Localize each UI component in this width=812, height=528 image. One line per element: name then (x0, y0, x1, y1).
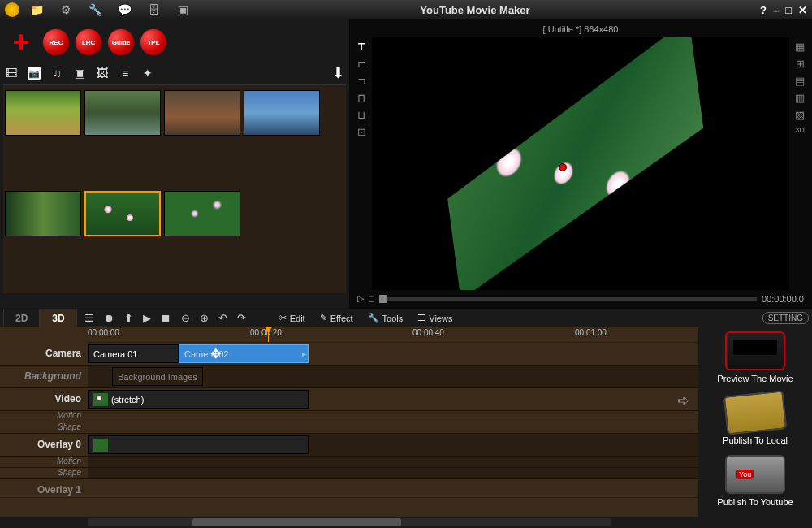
preview-slider[interactable] (379, 297, 757, 301)
publish-local-label: Publish To Local (723, 435, 788, 445)
stop-icon[interactable]: □ (369, 294, 374, 304)
tab-3d[interactable]: 3D (40, 309, 76, 328)
clip-background[interactable]: Background Images (112, 367, 203, 386)
close-icon[interactable]: ✕ (798, 4, 807, 16)
effect-menu[interactable]: ✎Effect (315, 313, 358, 323)
app-logo (5, 2, 19, 17)
setting-button[interactable]: SETTING (762, 312, 809, 324)
ruler-1: 00:00:20 (250, 328, 282, 337)
track-motion-label: Motion (0, 411, 88, 422)
align-bot-icon[interactable]: ⊡ (357, 126, 366, 138)
text-tool-icon[interactable]: T (358, 41, 365, 53)
redo-icon[interactable]: ↷ (235, 312, 248, 324)
preview-movie-label: Preview The Movie (717, 374, 793, 383)
preview-movie-button[interactable] (725, 331, 785, 370)
photo-icon[interactable]: 📷 (28, 67, 41, 80)
tools-menu[interactable]: 🔧Tools (363, 313, 408, 323)
menu-icon[interactable]: ☰ (82, 312, 97, 324)
align-left-icon[interactable]: ⊏ (357, 58, 366, 70)
publish-youtube-label: Publish To Youtube (717, 497, 793, 507)
max-icon[interactable]: □ (785, 4, 792, 16)
preview-viewport[interactable] (372, 37, 789, 290)
download-icon[interactable]: ⬇ (331, 67, 344, 80)
thumb-canyon[interactable] (164, 90, 240, 136)
zoomout-icon[interactable]: ⊖ (179, 312, 192, 324)
thumbnail-grid (3, 85, 346, 293)
tab-2d[interactable]: 2D (3, 309, 40, 328)
preview-panel: [ Untitle *] 864x480 T ⊏ ⊐ ⊓ ⊔ ⊡ ▦ ⊞ ▤ ▥… (349, 19, 812, 309)
track-camera-label: Camera (0, 343, 88, 365)
preview-image (438, 37, 711, 290)
edit-menu[interactable]: ✂Edit (274, 313, 310, 323)
tool-e-icon[interactable]: ▧ (795, 109, 805, 121)
add-button[interactable]: + (5, 26, 37, 58)
play-icon[interactable]: ▷ (357, 293, 364, 304)
thumb-landscape[interactable] (5, 90, 81, 136)
thumb-flowers2[interactable] (164, 191, 240, 236)
publish-local-button[interactable] (723, 390, 788, 435)
timeline-ruler[interactable]: 00:00:00 00:00:20 00:00:40 00:01:00 (88, 327, 698, 343)
ruler-3: 00:01:00 (575, 328, 607, 337)
align-top-icon[interactable]: ⊓ (357, 92, 365, 104)
zoomin-icon[interactable]: ⊕ (197, 312, 211, 324)
titlebar: 📁 ⚙ 🔧 💬 🗄 ▣ YouTube Movie Maker ? – □ ✕ (0, 0, 812, 19)
thumb-river[interactable] (84, 90, 161, 136)
tool-d-icon[interactable]: ▥ (795, 92, 805, 104)
gear-icon[interactable]: ⚙ (58, 2, 73, 17)
track-video-label: Video (0, 388, 88, 410)
db-icon[interactable]: 🗄 (146, 2, 161, 17)
clip-thumb2-icon (93, 439, 108, 452)
align-center-icon[interactable]: ⊐ (357, 75, 366, 87)
thumb-flowers-selected[interactable] (84, 191, 161, 236)
screen-icon[interactable]: ▣ (175, 2, 190, 17)
clip-thumb-icon (93, 393, 108, 406)
app-title: YouTube Movie Maker (190, 4, 760, 16)
up-icon[interactable]: ⬆ (122, 312, 136, 324)
undo-icon[interactable]: ↶ (216, 312, 230, 324)
min-icon[interactable]: – (773, 4, 779, 16)
camrec-icon[interactable]: ⏺ (102, 312, 117, 324)
image-icon[interactable]: 🖼 (96, 67, 109, 80)
tpl-button[interactable]: TPL (140, 28, 167, 56)
tool-b-icon[interactable]: ⊞ (796, 58, 805, 70)
tool-a-icon[interactable]: ▦ (795, 41, 805, 53)
ruler-0: 00:00:00 (88, 328, 119, 337)
track-background-label: Background (0, 366, 88, 387)
tool-3d-icon[interactable]: 3D (795, 126, 805, 134)
clip-overlay0[interactable] (88, 435, 309, 454)
guide-button[interactable]: Guide (107, 28, 135, 56)
timeline-scrollbar[interactable] (0, 517, 698, 528)
clip-camera-01[interactable]: Camera 01 (88, 344, 179, 363)
chat-icon[interactable]: 💬 (117, 2, 132, 17)
track-shape-label: Shape (0, 422, 88, 433)
folder-icon[interactable]: 📁 (29, 2, 44, 17)
video-icon[interactable]: ▣ (73, 67, 86, 80)
wrench-icon[interactable]: 🔧 (88, 2, 102, 17)
rec-button[interactable]: REC (42, 28, 70, 56)
thumb-forest[interactable] (5, 191, 81, 236)
preview-title: [ Untitle *] 864x480 (352, 21, 809, 37)
clip-video[interactable]: (stretch) (88, 390, 309, 409)
preview-time: 00:00:00.0 (762, 294, 804, 304)
plugin-icon[interactable]: ✦ (141, 67, 154, 80)
side-actions: Preview The Movie ➪ Publish To Local Pub… (698, 327, 812, 528)
pivot-point[interactable] (559, 163, 567, 171)
views-menu[interactable]: ☰Views (412, 313, 457, 323)
play2-icon[interactable]: ▶ (140, 312, 153, 324)
align-mid-icon[interactable]: ⊔ (357, 109, 365, 121)
help-icon[interactable]: ? (760, 4, 767, 16)
list-icon[interactable]: ≡ (119, 67, 132, 80)
lrc-button[interactable]: LRC (75, 28, 102, 56)
music-icon[interactable]: ♫ (50, 67, 63, 80)
film-icon[interactable]: 🎞 (5, 67, 18, 80)
track-overlay0-label: Overlay 0 (0, 434, 88, 456)
clip-camera-02[interactable]: Camera 02✥ (179, 344, 309, 363)
stop2-icon[interactable]: ⏹ (158, 312, 174, 324)
tool-c-icon[interactable]: ▤ (795, 75, 805, 87)
thumb-ocean[interactable] (244, 90, 320, 136)
playhead[interactable] (268, 327, 269, 342)
track-shape2-label: Shape (0, 468, 88, 478)
track-motion2-label: Motion (0, 457, 88, 467)
publish-youtube-button[interactable] (725, 455, 785, 494)
move-icon: ✥ (210, 346, 221, 361)
